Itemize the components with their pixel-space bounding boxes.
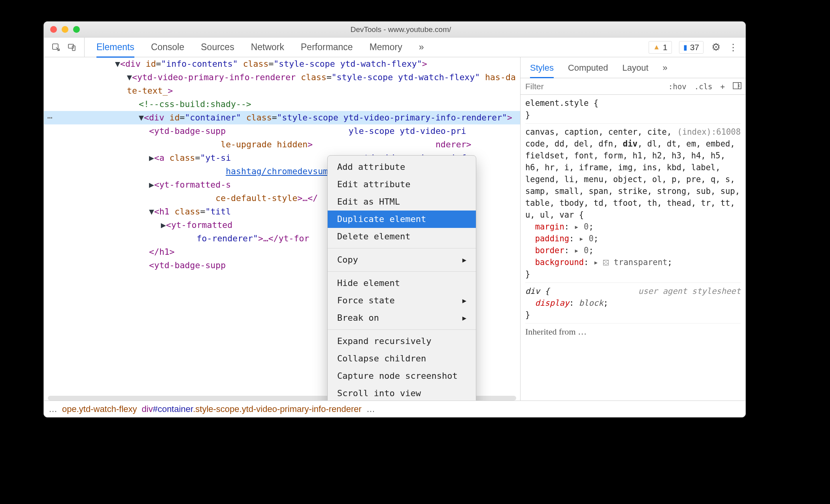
breadcrumb-item[interactable]: ope.ytd-watch-flexy	[62, 404, 137, 414]
context-menu-item[interactable]: Edit as HTML	[328, 193, 476, 211]
styles-pane: Styles Computed Layout » :hov .cls + ele…	[520, 57, 745, 401]
svg-rect-3	[733, 83, 741, 89]
context-menu-item[interactable]: Collapse children	[328, 350, 476, 367]
titlebar: DevTools - www.youtube.com/	[44, 22, 745, 38]
inherited-header: Inherited from …	[525, 326, 741, 338]
breadcrumb-item[interactable]: div#container.style-scope.ytd-video-prim…	[142, 404, 362, 414]
messages-badge[interactable]: ▮ 37	[679, 41, 704, 54]
rule-selector[interactable]: canvas, caption, center, cite, code, dd,…	[525, 127, 740, 220]
tab-memory[interactable]: Memory	[370, 42, 402, 53]
breadcrumb[interactable]: … ope.ytd-watch-flexy div#container.styl…	[44, 401, 745, 417]
context-menu-item[interactable]: Copy▶	[328, 251, 476, 269]
context-menu-item[interactable]: Capture node screenshot	[328, 367, 476, 385]
tabs-overflow[interactable]: »	[419, 42, 424, 53]
tab-sources[interactable]: Sources	[201, 42, 234, 53]
color-swatch-icon[interactable]	[603, 260, 609, 265]
submenu-arrow-icon: ▶	[462, 311, 466, 325]
context-menu-item[interactable]: Duplicate element	[328, 211, 476, 228]
rule-selector[interactable]: element.style {	[525, 98, 598, 108]
styles-tab-styles[interactable]: Styles	[530, 63, 554, 73]
node-actions-icon[interactable]: ⋯	[44, 111, 56, 124]
user-agent-label: user agent stylesheet	[638, 285, 741, 297]
new-rule-button[interactable]: +	[717, 82, 729, 91]
device-toggle-icon[interactable]	[67, 42, 77, 53]
context-menu-item[interactable]: Expand recursively	[328, 333, 476, 350]
tab-elements[interactable]: Elements	[96, 42, 134, 53]
styles-tab-computed[interactable]: Computed	[568, 63, 608, 73]
hashtag-link[interactable]: hashtag/chromedevsummit	[226, 166, 343, 176]
cls-toggle[interactable]: .cls	[690, 82, 717, 91]
rule-source-link[interactable]: (index):61008	[677, 126, 741, 138]
styles-filter-input[interactable]	[521, 82, 664, 91]
rule-selector[interactable]: div {	[525, 286, 550, 296]
breadcrumb-overflow[interactable]: …	[366, 404, 375, 414]
hov-toggle[interactable]: :hov	[664, 82, 690, 91]
message-icon: ▮	[683, 43, 687, 52]
warning-icon: ▲	[653, 43, 660, 51]
tab-performance[interactable]: Performance	[301, 42, 353, 53]
settings-icon[interactable]: ⚙	[711, 42, 721, 53]
submenu-arrow-icon: ▶	[462, 294, 466, 307]
devtools-window: DevTools - www.youtube.com/ Elements Con…	[43, 21, 746, 417]
selected-node[interactable]: ⋯▼<div id="container" class="style-scope…	[44, 111, 520, 124]
styles-tabs-overflow[interactable]: »	[663, 63, 668, 73]
context-menu-item[interactable]: Break on▶	[328, 309, 476, 327]
svg-rect-1	[68, 44, 74, 48]
context-menu-item[interactable]: Force state▶	[328, 292, 476, 309]
tab-network[interactable]: Network	[251, 42, 284, 53]
warnings-count: 1	[663, 43, 668, 52]
messages-count: 37	[690, 43, 699, 52]
elements-panel[interactable]: ▼<div id="info-contents" class="style-sc…	[44, 57, 520, 401]
breadcrumb-overflow[interactable]: …	[49, 404, 57, 414]
panel-tabs: Elements Console Sources Network Perform…	[85, 38, 424, 57]
context-menu: Add attributeEdit attributeEdit as HTMLD…	[327, 155, 476, 401]
context-menu-item[interactable]: Add attribute	[328, 158, 476, 176]
tab-console[interactable]: Console	[151, 42, 184, 53]
kebab-icon[interactable]: ⋮	[728, 42, 738, 53]
comment-node: <!--css-build:shady-->	[139, 99, 251, 109]
inspect-icon[interactable]	[51, 42, 61, 53]
context-menu-item[interactable]: Hide element	[328, 275, 476, 292]
submenu-arrow-icon: ▶	[462, 253, 466, 267]
window-title: DevTools - www.youtube.com/	[56, 25, 745, 34]
context-menu-item[interactable]: Scroll into view	[328, 385, 476, 401]
styles-tab-layout[interactable]: Layout	[622, 63, 648, 73]
context-menu-item[interactable]: Delete element	[328, 228, 476, 245]
warnings-badge[interactable]: ▲ 1	[649, 41, 672, 54]
main-toolbar: Elements Console Sources Network Perform…	[44, 38, 745, 57]
context-menu-item[interactable]: Edit attribute	[328, 176, 476, 193]
sidebar-toggle-icon[interactable]	[729, 82, 745, 91]
